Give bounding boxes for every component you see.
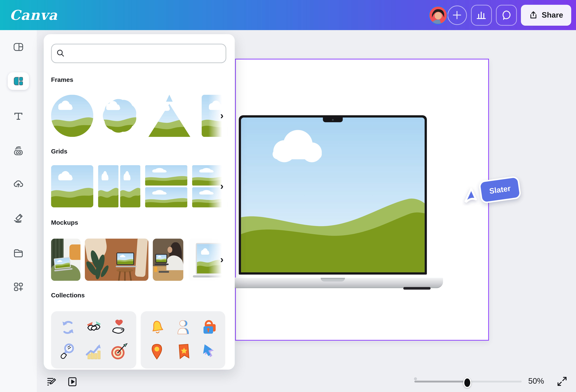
present-button[interactable] — [67, 376, 78, 387]
text-icon — [13, 111, 24, 122]
chat-bubble-icon — [501, 10, 512, 21]
sidebar-item-draw[interactable] — [7, 208, 30, 228]
expand-icon — [557, 376, 567, 387]
laptop-hinge-groove — [321, 278, 345, 282]
cloud-upload-icon — [13, 178, 24, 189]
section-title-collections: Collections — [51, 292, 85, 299]
laptop-screen — [239, 115, 427, 275]
laptop-notch — [323, 117, 343, 122]
sidebar-item-elements[interactable] — [8, 72, 29, 90]
zoom-percent: 50% — [528, 377, 544, 386]
zoom-slider-handle[interactable] — [463, 377, 471, 388]
apps-icon — [13, 282, 24, 292]
frames-row — [51, 95, 227, 137]
notes-button[interactable] — [46, 376, 57, 387]
folder-icon — [13, 247, 24, 259]
grids-more-button[interactable]: › — [217, 181, 227, 191]
section-title-frames: Frames — [51, 77, 73, 84]
sidebar-item-text[interactable] — [7, 106, 30, 127]
magnifier-hand-icon — [59, 343, 77, 361]
zoom-slider-origin-dot — [414, 377, 417, 380]
juice-glass — [154, 266, 157, 272]
mockup-thumb-studio[interactable] — [85, 238, 148, 281]
grid-thumb-single[interactable] — [51, 165, 93, 207]
brand-icon — [13, 145, 24, 157]
avatar[interactable] — [428, 5, 448, 25]
mini-laptop — [155, 254, 168, 266]
elements-icon — [13, 76, 24, 87]
mockups-more-button[interactable]: › — [217, 254, 227, 265]
collections-row — [51, 311, 227, 368]
zoom-slider-fill — [414, 381, 466, 383]
heart-hand-icon — [110, 319, 127, 336]
plus-icon — [452, 10, 462, 20]
growth-chart-icon — [85, 343, 102, 361]
collaborator-pointer-icon — [462, 186, 481, 206]
avatar-photo — [429, 6, 447, 24]
person-icon — [174, 319, 192, 336]
sidebar-item-design[interactable] — [7, 37, 30, 57]
plant — [85, 247, 116, 281]
frame-thumb-scallop[interactable] — [99, 95, 140, 137]
mockup-thumb-cafe[interactable] — [153, 238, 183, 281]
woman-face — [168, 247, 172, 253]
share-button[interactable]: Share — [521, 4, 571, 26]
grids-row — [51, 165, 227, 207]
section-title-grids: Grids — [51, 148, 67, 155]
refresh-icon — [59, 319, 77, 336]
collection-card-isometric[interactable] — [141, 311, 225, 368]
topbar: Canva — [0, 0, 576, 30]
canvas-page[interactable] — [235, 59, 489, 341]
design-icon — [13, 42, 24, 52]
sidebar — [0, 30, 37, 392]
sidebar-item-uploads[interactable] — [7, 174, 30, 194]
zoom-slider[interactable] — [414, 381, 522, 383]
frames-more-button[interactable]: › — [217, 110, 227, 121]
search-input[interactable] — [51, 44, 226, 63]
laptop-wallpaper — [241, 117, 425, 272]
stool — [116, 268, 133, 281]
frame-thumb-circle[interactable] — [51, 95, 93, 137]
share-label: Share — [542, 11, 563, 19]
bell-icon — [148, 319, 166, 336]
sidebar-item-apps[interactable] — [7, 277, 30, 297]
mini-laptop — [54, 257, 72, 272]
armchair — [69, 244, 81, 260]
frame-thumb-mountain[interactable] — [147, 95, 192, 137]
canva-editor: Canva — [0, 0, 576, 392]
grid-thumb-two-rows[interactable] — [145, 165, 187, 207]
presentation-icon — [67, 377, 78, 387]
sidebar-item-brand[interactable] — [7, 141, 30, 161]
cursor-hand-icon — [200, 343, 218, 361]
fullscreen-button[interactable] — [557, 376, 568, 387]
canva-logo[interactable]: Canva — [10, 7, 58, 23]
mockup-thumb-living-room[interactable] — [51, 238, 81, 281]
lock-icon — [200, 319, 218, 336]
draw-icon — [13, 212, 24, 224]
mockups-row — [51, 238, 227, 281]
topbar-actions: Share — [428, 0, 571, 30]
comments-button[interactable] — [496, 4, 517, 26]
section-title-mockups: Mockups — [51, 219, 78, 226]
mini-laptop — [116, 253, 135, 268]
laptop-base — [223, 278, 443, 288]
upload-icon — [529, 11, 538, 19]
pin-icon — [148, 343, 166, 361]
laptop-foot — [403, 287, 431, 289]
camera-dot — [332, 119, 334, 121]
notebooks — [159, 271, 169, 273]
sidebar-item-projects[interactable] — [7, 243, 30, 263]
bookmark-icon — [174, 343, 192, 361]
drape-right — [135, 238, 148, 277]
invite-members-button[interactable] — [447, 5, 467, 25]
collection-card-doodles[interactable] — [51, 311, 136, 368]
insights-button[interactable] — [471, 4, 492, 26]
target-icon — [110, 343, 127, 361]
notes-icon — [46, 377, 57, 387]
elements-panel: Frames — [44, 34, 235, 369]
bar-chart-icon — [476, 10, 487, 21]
handshake-icon — [85, 319, 102, 336]
grid-thumb-two-columns[interactable] — [98, 165, 140, 207]
